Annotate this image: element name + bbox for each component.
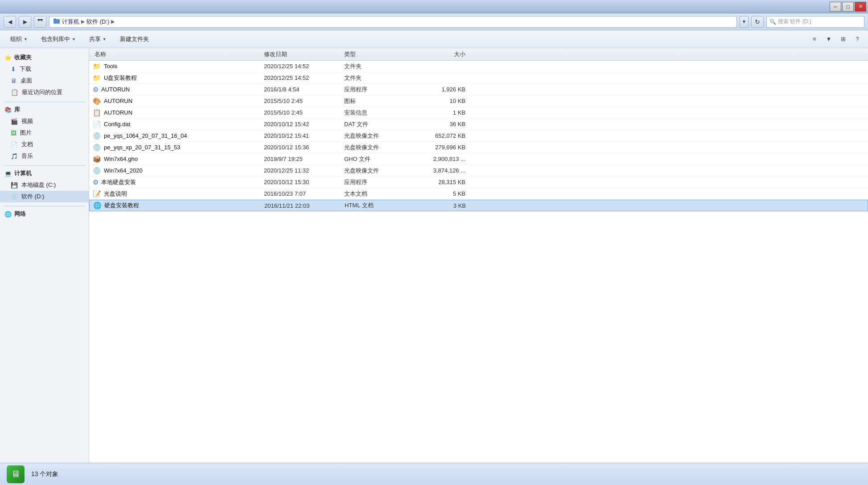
- sidebar-section-computer: 💻 计算机 💾 本地磁盘 (C:) 💿 软件 (D:): [0, 168, 89, 202]
- sidebar-section-network: 🌐 网络: [0, 208, 89, 220]
- file-size-10: 28,315 KB: [414, 179, 467, 185]
- file-icon-1: 📁: [93, 74, 101, 82]
- sidebar-item-music[interactable]: 🎵 音乐: [0, 150, 89, 162]
- add-to-lib-label: 包含到库中: [41, 35, 70, 43]
- view-dropdown-button[interactable]: ▼: [823, 33, 835, 45]
- library-icon: 📚: [4, 107, 12, 113]
- file-name-5: 📄 Config.dat: [93, 120, 262, 128]
- col-header-size[interactable]: 大小: [414, 50, 467, 58]
- star-icon: ⭐: [4, 54, 12, 61]
- sidebar-computer-header[interactable]: 💻 计算机: [0, 168, 89, 179]
- file-size-5: 36 KB: [414, 121, 467, 127]
- add-to-lib-button[interactable]: 包含到库中 ▼: [35, 33, 82, 46]
- forward-button[interactable]: ▶: [19, 16, 31, 28]
- sidebar-item-image[interactable]: 🖼 图片: [0, 127, 89, 139]
- back-button[interactable]: ◀: [4, 16, 16, 28]
- file-row-1[interactable]: 📁 U盘安装教程 2020/12/25 14:52 文件夹: [89, 72, 868, 84]
- file-row-3[interactable]: 🎨 AUTORUN 2015/5/10 2:45 图标 10 KB: [89, 95, 868, 107]
- share-button[interactable]: 共享 ▼: [83, 33, 112, 46]
- divider-2: [4, 165, 85, 166]
- svg-rect-2: [53, 18, 56, 20]
- file-size-8: 2,900,813 ...: [414, 156, 467, 162]
- file-type-4: 安装信息: [342, 109, 414, 117]
- file-size-4: 1 KB: [414, 109, 467, 116]
- organize-button[interactable]: 组织 ▼: [4, 33, 33, 46]
- sidebar-favorites-header[interactable]: ⭐ 收藏夹: [0, 52, 89, 63]
- file-name-12: 🌐 硬盘安装教程: [93, 201, 263, 210]
- file-size-3: 10 KB: [414, 98, 467, 104]
- new-folder-button[interactable]: 新建文件夹: [114, 33, 155, 46]
- file-type-6: 光盘映像文件: [342, 132, 414, 140]
- sidebar-item-desktop[interactable]: 🖥 桌面: [0, 75, 89, 86]
- sidebar-network-header[interactable]: 🌐 网络: [0, 208, 89, 220]
- file-icon-5: 📄: [93, 120, 101, 128]
- path-icon: [53, 17, 60, 26]
- sidebar-item-recent[interactable]: 📋 最近访问的位置: [0, 86, 89, 98]
- sidebar-desktop-label: 桌面: [21, 77, 32, 85]
- col-header-date[interactable]: 修改日期: [262, 50, 342, 58]
- path-computer[interactable]: 计算机: [62, 18, 79, 26]
- file-row-12[interactable]: 🌐 硬盘安装教程 2016/11/21 22:03 HTML 文档 3 KB: [89, 200, 868, 211]
- file-name-1: 📁 U盘安装教程: [93, 74, 262, 82]
- toolbar: 组织 ▼ 包含到库中 ▼ 共享 ▼ 新建文件夹 ≡ ▼ ⊞ ?: [0, 30, 868, 48]
- file-row-4[interactable]: 📋 AUTORUN 2015/5/10 2:45 安装信息 1 KB: [89, 107, 868, 119]
- sidebar-c-drive-label: 本地磁盘 (C:): [21, 181, 56, 189]
- share-arrow: ▼: [103, 37, 107, 41]
- maximize-button[interactable]: □: [842, 2, 854, 12]
- file-type-3: 图标: [342, 97, 414, 105]
- file-date-7: 2020/10/12 15:36: [262, 144, 342, 151]
- file-icon-11: 📝: [93, 190, 101, 198]
- search-box[interactable]: 🔍 搜索 软件 (D:): [766, 16, 864, 28]
- close-button[interactable]: ✕: [855, 2, 866, 12]
- sidebar-item-c-drive[interactable]: 💾 本地磁盘 (C:): [0, 179, 89, 191]
- add-to-lib-arrow: ▼: [72, 37, 76, 41]
- file-name-3: 🎨 AUTORUN: [93, 97, 262, 105]
- sidebar-item-download[interactable]: ⬇ 下载: [0, 63, 89, 75]
- organize-label: 组织: [10, 35, 22, 43]
- file-row-7[interactable]: 💿 pe_yqs_xp_20_07_31_15_53 2020/10/12 15…: [89, 142, 868, 153]
- file-row-0[interactable]: 📁 Tools 2020/12/25 14:52 文件夹: [89, 61, 868, 72]
- file-row-6[interactable]: 💿 pe_yqs_1064_20_07_31_16_04 2020/10/12 …: [89, 130, 868, 142]
- file-date-6: 2020/10/12 15:41: [262, 132, 342, 139]
- file-size-7: 279,696 KB: [414, 144, 467, 151]
- path-drive[interactable]: 软件 (D:): [86, 18, 109, 26]
- file-name-6: 💿 pe_yqs_1064_20_07_31_16_04: [93, 132, 262, 140]
- file-name-7: 💿 pe_yqs_xp_20_07_31_15_53: [93, 144, 262, 152]
- file-row-5[interactable]: 📄 Config.dat 2020/10/12 15:42 DAT 文件 36 …: [89, 119, 868, 130]
- file-icon-8: 📦: [93, 155, 101, 163]
- minimize-button[interactable]: ─: [830, 2, 841, 12]
- sidebar-library-header[interactable]: 📚 库: [0, 104, 89, 115]
- computer-label: 计算机: [14, 169, 32, 177]
- preview-pane-button[interactable]: ⊞: [837, 33, 849, 45]
- file-row-10[interactable]: ⚙ 本地硬盘安装 2020/10/12 15:30 应用程序 28,315 KB: [89, 177, 868, 188]
- help-button[interactable]: ?: [851, 33, 864, 45]
- view-change-button[interactable]: ≡: [808, 33, 821, 45]
- desktop-icon: 🖥: [11, 77, 17, 84]
- divider-1: [4, 102, 85, 102]
- file-row-11[interactable]: 📝 光盘说明 2016/10/23 7:07 文本文档 5 KB: [89, 188, 868, 200]
- sidebar-item-document[interactable]: 📄 文档: [0, 139, 89, 150]
- file-icon-3: 🎨: [93, 97, 101, 105]
- refresh-button[interactable]: ↻: [751, 16, 764, 28]
- col-header-name[interactable]: 名称: [93, 50, 262, 58]
- up-button[interactable]: [34, 16, 46, 28]
- file-row-8[interactable]: 📦 Win7x64.gho 2019/9/7 19:25 GHO 文件 2,90…: [89, 153, 868, 165]
- file-icon-7: 💿: [93, 144, 101, 152]
- file-list: 名称 修改日期 类型 大小 📁 Tools 2020/12/25 14:52 文…: [89, 48, 868, 463]
- organize-arrow: ▼: [24, 37, 28, 41]
- address-path-container: 计算机 ▶ 软件 (D:) ▶: [49, 16, 737, 28]
- file-name-0: 📁 Tools: [93, 62, 262, 70]
- file-row-9[interactable]: 💿 Win7x64_2020 2020/12/25 11:32 光盘映像文件 3…: [89, 165, 868, 177]
- file-date-3: 2015/5/10 2:45: [262, 98, 342, 104]
- file-row-2[interactable]: ⚙ AUTORUN 2016/1/8 4:54 应用程序 1,926 KB: [89, 84, 868, 95]
- col-header-type[interactable]: 类型: [342, 50, 414, 58]
- file-type-10: 应用程序: [342, 178, 414, 186]
- sidebar-item-d-drive[interactable]: 💿 软件 (D:): [0, 191, 89, 202]
- file-size-2: 1,926 KB: [414, 86, 467, 93]
- sidebar-music-label: 音乐: [21, 152, 33, 160]
- sidebar-item-video[interactable]: 🎬 视频: [0, 115, 89, 127]
- sidebar-video-label: 视频: [21, 117, 33, 125]
- file-size-9: 3,874,126 ...: [414, 167, 467, 174]
- address-dropdown[interactable]: ▼: [740, 16, 749, 28]
- video-icon: 🎬: [11, 118, 18, 125]
